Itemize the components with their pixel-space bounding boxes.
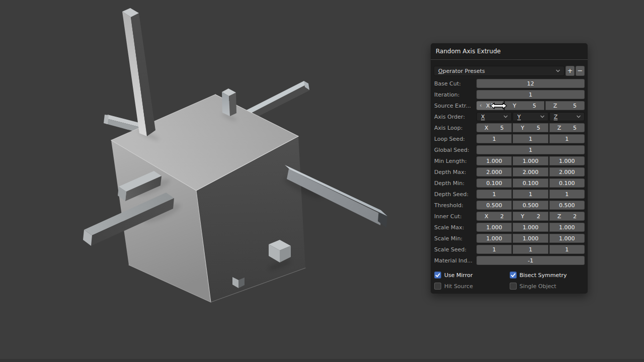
value-field[interactable]: 1.000 [549,234,585,243]
value-field[interactable]: 0.100 [549,178,585,188]
param-row: Scale Seed:111 [434,245,585,254]
panel-title: Random Axis Extrude [431,43,588,55]
axis-value-field[interactable]: X5 [476,123,512,132]
param-label: Scale Max: [434,224,476,231]
checkbox-label: Bisect Symmetry [520,272,567,279]
param-row: Source Extr...‹X5›Y5Z5 [434,101,585,110]
value-field[interactable]: 1 [476,245,512,254]
presets-label: Operator Presets [438,68,555,74]
param-row: Axis Loop:X5Y5Z5 [434,123,585,132]
value-field[interactable]: 2.000 [476,167,512,176]
decrement-arrow-icon: ‹ [478,101,483,110]
param-row: Inner Cut:X2Y2Z2 [434,212,585,221]
param-row: Loop Seed:111 [434,134,585,143]
value-field[interactable]: 2.000 [549,167,585,176]
checkbox-label: Hit Source [444,283,473,290]
value-field[interactable]: 1 [513,134,548,143]
param-label: Threshold: [434,202,476,209]
remove-preset-button[interactable]: − [576,66,585,76]
value-field[interactable]: 1.000 [513,234,548,243]
operator-presets-dropdown[interactable]: Operator Presets [434,66,565,76]
value-field[interactable]: 1.000 [476,223,512,232]
axis-value-field[interactable]: X2 [476,212,512,221]
param-label: Base Cut: [434,80,476,87]
axis-value-field[interactable]: Z2 [549,212,585,221]
param-label: Scale Min: [434,235,476,242]
param-label: Depth Seed: [434,191,476,198]
value-field[interactable]: 1 [476,145,585,154]
value-field[interactable]: 1.000 [476,234,512,243]
value-field[interactable]: 0.500 [549,201,585,210]
checkbox-row: Use MirrorBisect Symmetry [434,270,585,280]
param-row: Min Length:1.0001.0001.000 [434,156,585,165]
param-label: Axis Loop: [434,125,476,131]
operator-panel: Random Axis Extrude Operator Presets + −… [431,43,588,294]
checkbox-row: Hit SourceSingle Object [434,282,585,291]
extruded-cube-model [83,8,387,302]
axis-value-field[interactable]: Z5 [545,101,585,110]
checkbox-box[interactable] [434,283,441,290]
value-field[interactable]: 1.000 [549,156,585,165]
value-field[interactable]: 0.500 [476,201,512,210]
value-field[interactable]: 12 [476,79,585,88]
axis-order-dropdown[interactable]: X [476,112,512,121]
checkbox-use-mirror[interactable]: Use Mirror [434,272,510,279]
axis-value-field[interactable]: Y2 [513,212,548,221]
param-row: Depth Seed:111 [434,190,585,199]
param-label: Material Ind... [434,257,476,264]
value-field[interactable]: 2.000 [513,167,548,176]
param-row: Depth Max:2.0002.0002.000 [434,167,585,176]
add-preset-button[interactable]: + [566,66,575,76]
value-field[interactable]: 1 [513,190,548,199]
value-field[interactable]: 0.100 [513,178,548,188]
chevron-down-icon [555,69,560,72]
param-label: Loop Seed: [434,136,476,142]
value-field[interactable]: -1 [476,256,585,265]
axis-value-field[interactable]: Y5 [505,101,544,110]
value-field[interactable]: 1.000 [513,223,548,232]
beam-top-column [122,8,155,136]
axis-order-dropdown[interactable]: Z [549,112,585,121]
param-row: Global Seed:1 [434,145,585,154]
param-row: Iteration:1 [434,90,585,99]
axis-order-dropdown[interactable]: Y [513,112,548,121]
param-row: Base Cut:12 [434,79,585,88]
value-field[interactable]: 1 [476,190,512,199]
value-field[interactable]: 1.000 [513,156,548,165]
value-field[interactable]: 1 [476,134,512,143]
param-label: Inner Cut: [434,213,476,220]
checkbox-bisect-symmetry[interactable]: Bisect Symmetry [510,272,585,279]
presets-row: Operator Presets + − [434,66,585,76]
param-label: Iteration: [434,92,476,98]
checkbox-single-object[interactable]: Single Object [510,283,585,290]
value-field[interactable]: 1 [549,245,585,254]
value-field[interactable]: 1 [549,134,585,143]
checkbox-box[interactable] [434,272,441,279]
param-row: Material Ind...-1 [434,256,585,265]
blender-viewport-screen: Random Axis Extrude Operator Presets + −… [0,0,644,362]
param-label: Min Length: [434,158,476,164]
param-label: Depth Max: [434,169,476,175]
param-label: Axis Order: [434,114,476,120]
panel-rows: Base Cut:12Iteration:1Source Extr...‹X5›… [434,79,585,265]
value-field[interactable]: 0.500 [513,201,548,210]
value-field[interactable]: 1 [549,190,585,199]
checkbox-box[interactable] [510,283,517,290]
value-field[interactable]: 1 [476,90,585,99]
checkbox-box[interactable] [510,272,517,279]
param-row: Scale Max:1.0001.0001.000 [434,223,585,232]
status-bar-edge [0,359,644,362]
peg-top [222,88,236,116]
checkbox-hit-source[interactable]: Hit Source [434,283,510,290]
value-field[interactable]: 1.000 [476,156,512,165]
checkbox-label: Use Mirror [444,272,472,279]
axis-value-field[interactable]: Z5 [549,123,585,132]
axis-value-field[interactable]: Y5 [513,123,548,132]
value-field[interactable]: 0.100 [476,178,512,188]
panel-checkboxes: Use MirrorBisect SymmetryHit SourceSingl… [434,270,585,291]
chevron-down-icon [503,115,508,118]
value-field[interactable]: 1 [513,245,548,254]
value-field[interactable]: 1.000 [549,223,585,232]
param-label: Source Extr... [434,103,476,109]
panel-divider [431,59,588,60]
